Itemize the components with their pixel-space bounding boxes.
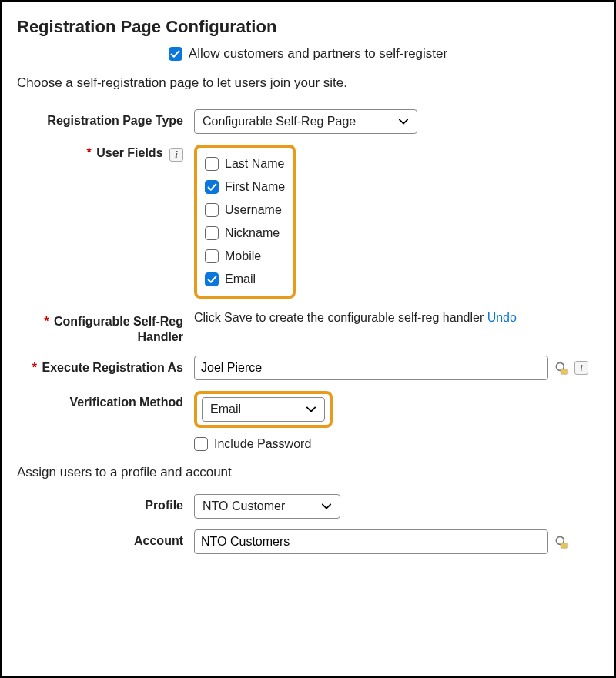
- verification-method-select[interactable]: Email: [202, 397, 325, 422]
- handler-message: Click Save to create the configurable se…: [194, 311, 484, 324]
- user-field-label: Username: [225, 203, 282, 217]
- user-field-row: Email: [205, 268, 285, 291]
- execute-as-label: Execute Registration As: [42, 361, 183, 374]
- lookup-icon[interactable]: [553, 533, 570, 550]
- info-icon[interactable]: i: [169, 148, 183, 162]
- account-input[interactable]: [194, 529, 548, 554]
- svg-rect-2: [561, 369, 567, 375]
- undo-link[interactable]: Undo: [487, 311, 517, 324]
- user-field-checkbox-nickname[interactable]: [205, 226, 219, 240]
- user-field-row: Last Name: [205, 152, 285, 175]
- user-field-row: Username: [205, 199, 285, 222]
- page-title: Registration Page Configuration: [17, 17, 599, 37]
- user-field-checkbox-lastname[interactable]: [205, 157, 219, 171]
- required-asterisk: *: [87, 146, 92, 159]
- user-field-label: First Name: [225, 180, 285, 194]
- profile-select[interactable]: NTO Customer: [194, 494, 340, 519]
- verification-method-label: Verification Method: [17, 391, 194, 409]
- registration-page-type-label: Registration Page Type: [17, 109, 194, 128]
- include-password-label: Include Password: [214, 437, 311, 451]
- verification-method-value: Email: [210, 402, 241, 416]
- check-icon: [207, 182, 217, 192]
- chevron-down-icon: [306, 404, 316, 415]
- user-field-row: Mobile: [205, 245, 285, 268]
- allow-self-register-label: Allow customers and partners to self-reg…: [189, 46, 447, 62]
- user-field-checkbox-firstname[interactable]: [205, 180, 219, 194]
- verification-method-highlight: Email: [194, 391, 333, 428]
- description-text: Choose a self-registration page to let u…: [17, 75, 599, 91]
- user-field-row: Nickname: [205, 222, 285, 245]
- required-asterisk: *: [32, 361, 37, 374]
- profile-label: Profile: [17, 494, 194, 513]
- user-field-row: First Name: [205, 175, 285, 199]
- user-field-checkbox-username[interactable]: [205, 203, 219, 217]
- profile-value: NTO Customer: [203, 499, 285, 513]
- registration-page-type-select[interactable]: Configurable Self-Reg Page: [194, 109, 417, 134]
- svg-rect-5: [561, 543, 567, 549]
- user-field-label: Email: [225, 272, 256, 286]
- required-asterisk: *: [44, 315, 49, 328]
- check-icon: [170, 49, 180, 59]
- user-field-checkbox-mobile[interactable]: [205, 249, 219, 263]
- execute-as-input[interactable]: [194, 356, 548, 380]
- user-field-label: Last Name: [225, 157, 284, 171]
- user-field-label: Mobile: [225, 249, 261, 263]
- chevron-down-icon: [321, 501, 332, 512]
- info-icon[interactable]: i: [574, 361, 588, 375]
- user-fields-highlight: Last Name First Name Username Nickname: [194, 145, 296, 299]
- check-icon: [207, 275, 217, 285]
- include-password-checkbox[interactable]: [194, 437, 208, 451]
- user-fields-label: User Fields: [96, 146, 162, 159]
- lookup-icon[interactable]: [553, 359, 570, 376]
- account-label: Account: [17, 529, 194, 548]
- allow-self-register-checkbox[interactable]: [169, 47, 182, 61]
- chevron-down-icon: [398, 116, 409, 127]
- user-field-checkbox-email[interactable]: [205, 272, 219, 286]
- assign-section-text: Assign users to a profile and account: [17, 465, 599, 480]
- handler-label: Configurable Self-Reg Handler: [54, 315, 183, 343]
- registration-page-type-value: Configurable Self-Reg Page: [203, 115, 356, 129]
- user-field-label: Nickname: [225, 226, 280, 240]
